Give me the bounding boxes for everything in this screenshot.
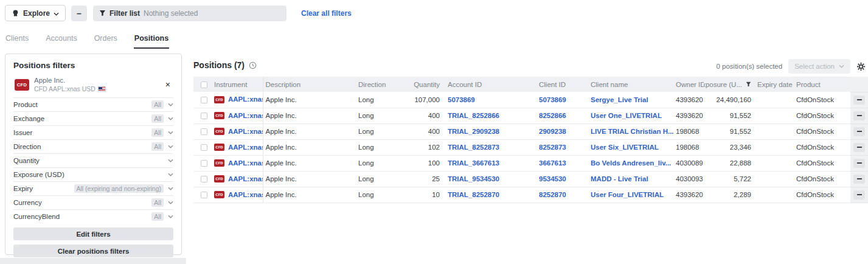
row-actions-button[interactable] (853, 190, 865, 200)
col-exposure[interactable]: Exposure (U... (704, 77, 755, 92)
direction-cell: Long (356, 123, 402, 139)
explore-button[interactable]: Explore (5, 5, 66, 21)
clear-positions-filters-button[interactable]: Clear positions filters (13, 245, 173, 257)
instrument-link[interactable]: AAPL:xnas (228, 144, 263, 151)
client-name-link[interactable]: User Four_LIVETRIAL (591, 191, 664, 198)
row-actions-button[interactable] (853, 127, 865, 136)
select-action-button[interactable]: Select action (788, 59, 850, 74)
positions-header: Positions (7) (193, 60, 257, 70)
instrument-link[interactable]: AAPL:xnas (228, 191, 263, 198)
row-actions-button[interactable] (853, 175, 865, 184)
row-checkbox[interactable] (201, 160, 207, 167)
filter-row[interactable]: Quantity (13, 153, 173, 167)
client-id-link[interactable]: 8252873 (539, 144, 566, 151)
instrument-link[interactable]: AAPL:xnas (228, 96, 263, 103)
row-checkbox[interactable] (201, 144, 207, 151)
account-id-link[interactable]: TRIAL_9534530 (448, 175, 499, 182)
client-id-link[interactable]: 3667613 (539, 159, 566, 167)
filter-row[interactable]: Expiry All (expiring and non-expiring) (13, 181, 173, 195)
client-name-link[interactable]: LIVE TRIAL Christian H... (591, 128, 673, 135)
instrument-link[interactable]: AAPL:xnas (228, 128, 263, 135)
account-id-link[interactable]: TRIAL_8252873 (448, 144, 499, 151)
client-name-link[interactable]: User Six_LIVETRIAL (591, 144, 659, 151)
client-id-link[interactable]: 9534530 (539, 175, 566, 182)
table-row: CFDAAPL:xnas Apple Inc. Long 102 TRIAL_8… (193, 139, 868, 155)
row-checkbox[interactable] (201, 97, 207, 103)
description-cell: Apple Inc. (263, 155, 356, 171)
row-actions-button[interactable] (853, 159, 865, 168)
col-description[interactable]: Description (263, 77, 356, 92)
client-id-link[interactable]: 5073869 (539, 96, 566, 103)
tab-positions[interactable]: Positions (134, 32, 169, 49)
filter-list-field[interactable]: Filter list Nothing selected (93, 5, 286, 21)
cfd-badge: CFD (214, 191, 224, 198)
col-direction[interactable]: Direction (356, 77, 402, 92)
row-actions-button[interactable] (853, 111, 865, 120)
minus-icon (857, 115, 862, 116)
exposure-cell: 24,490,160 (704, 92, 755, 108)
description-cell: Apple Inc. (263, 139, 356, 155)
chevron-down-icon (168, 103, 173, 106)
client-name-link[interactable]: Sergye_Live Trial (591, 96, 648, 103)
row-actions-button[interactable] (853, 143, 865, 152)
expiry-date-cell (755, 108, 794, 123)
edit-filters-button[interactable]: Edit filters (13, 228, 173, 240)
filter-row[interactable]: Direction All (13, 139, 173, 153)
filter-row[interactable]: Exchange All (13, 111, 173, 125)
filter-row[interactable]: Product All (13, 97, 173, 111)
col-instrument[interactable]: Instrument (212, 77, 263, 92)
account-id-link[interactable]: TRIAL_8252866 (448, 112, 499, 119)
tab-clients[interactable]: Clients (5, 32, 29, 49)
client-id-link[interactable]: 8252870 (539, 191, 566, 198)
clear-all-filters-link[interactable]: Clear all filters (301, 9, 352, 18)
product-cell: CfdOnStock (794, 187, 850, 203)
client-id-link[interactable]: 8252866 (539, 112, 566, 119)
client-name-link[interactable]: User One_LIVETRIAL (591, 112, 662, 119)
minus-icon (857, 131, 862, 132)
col-client-id[interactable]: Client ID (536, 77, 588, 92)
filter-row[interactable]: Currency All (13, 195, 173, 209)
tab-accounts[interactable]: Accounts (45, 32, 77, 49)
col-product[interactable]: Product (794, 77, 850, 92)
instrument-link[interactable]: AAPL:xnas (228, 159, 263, 167)
gear-icon[interactable] (856, 62, 866, 71)
select-all-checkbox[interactable] (201, 82, 207, 88)
expiry-date-cell (755, 155, 794, 171)
description-cell: Apple Inc. (263, 123, 356, 139)
minus-icon (857, 162, 862, 164)
instrument-link[interactable]: AAPL:xnas (228, 112, 263, 119)
col-client-name[interactable]: Client name (588, 77, 673, 92)
client-id-link[interactable]: 2909238 (539, 128, 566, 135)
clock-icon[interactable] (249, 61, 257, 69)
row-actions-button[interactable] (853, 96, 865, 105)
cfd-badge: CFD (214, 159, 224, 167)
client-name-link[interactable]: MADD - Live Trial (591, 175, 648, 182)
row-checkbox[interactable] (201, 176, 207, 182)
col-account-id[interactable]: Account ID (443, 77, 536, 92)
owner-id-cell: 4393620 (673, 92, 704, 108)
filter-row[interactable]: Exposure (USD) (13, 167, 173, 181)
instrument-link[interactable]: AAPL:xnas (228, 175, 263, 182)
col-quantity[interactable]: Quantity (402, 77, 443, 92)
row-checkbox[interactable] (201, 192, 207, 198)
selection-controls: 0 position(s) selected Select action (716, 59, 866, 74)
account-id-link[interactable]: TRIAL_8252870 (448, 191, 499, 198)
product-cell: CfdOnStock (794, 155, 850, 171)
cfd-badge: CFD (214, 128, 224, 135)
filter-row[interactable]: Issuer All (13, 125, 173, 139)
col-owner-id[interactable]: Owner ID (673, 77, 704, 92)
exposure-filter-icon[interactable] (746, 82, 751, 87)
filter-label: Direction (13, 143, 151, 150)
collapse-button[interactable]: – (71, 5, 87, 21)
account-id-link[interactable]: TRIAL_3667613 (448, 159, 499, 167)
main-tabs: Clients Accounts Orders Positions (5, 32, 169, 49)
account-id-link[interactable]: 5073869 (448, 96, 475, 103)
client-name-link[interactable]: Bo Velds Andresen_liv... (591, 159, 671, 167)
row-checkbox[interactable] (201, 128, 207, 135)
account-id-link[interactable]: TRIAL_2909238 (448, 128, 499, 135)
filter-row[interactable]: CurrencyBlend All (13, 209, 173, 223)
row-checkbox[interactable] (201, 113, 207, 119)
col-expiry-date[interactable]: Expiry date (755, 77, 794, 92)
close-icon[interactable]: × (164, 80, 172, 89)
tab-orders[interactable]: Orders (94, 32, 118, 49)
